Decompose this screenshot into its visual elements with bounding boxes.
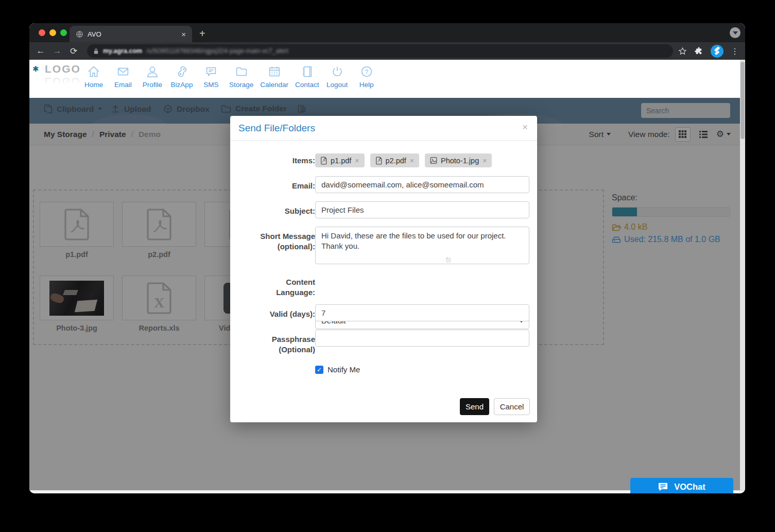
- message-field[interactable]: Hi David, these are the files to be used…: [315, 227, 529, 264]
- remove-item-icon[interactable]: ×: [410, 157, 414, 165]
- chrome-menu-icon[interactable]: ⋮: [731, 46, 739, 56]
- svg-text:?: ?: [365, 68, 368, 76]
- nav-item-home[interactable]: Home: [82, 64, 105, 89]
- main-nav: Home Email Profile BizApp SMS Storage: [82, 64, 378, 89]
- logo-reflection: LOGO: [45, 75, 81, 88]
- logout-power-icon: [330, 64, 345, 79]
- reload-button[interactable]: ⟳: [65, 46, 82, 57]
- item-chip-p1: p1.pdf ×: [315, 153, 365, 167]
- valid-days-field[interactable]: [315, 304, 529, 321]
- chevron-down-icon: [733, 31, 738, 35]
- logo-text: LOGO: [45, 63, 81, 75]
- passphrase-field[interactable]: [315, 330, 529, 347]
- scrollbar-thumb[interactable]: [740, 62, 745, 139]
- nav-item-contact[interactable]: Contact: [295, 64, 319, 89]
- nav-item-sms[interactable]: SMS: [200, 64, 222, 89]
- extensions-puzzle-icon[interactable]: [694, 46, 703, 56]
- passphrase-label: Passphrase (Optional): [246, 334, 315, 355]
- send-button[interactable]: Send: [460, 398, 489, 415]
- language-label: Content Language:: [246, 277, 315, 298]
- bizapp-icon: [174, 64, 190, 79]
- favicon-globe-icon: [76, 30, 83, 38]
- browser-titlebar: AVO × +: [29, 23, 745, 42]
- browser-tab[interactable]: AVO ×: [70, 26, 192, 42]
- close-window-button[interactable]: [39, 29, 45, 36]
- email-icon: [115, 64, 131, 79]
- browser-window: AVO × + ← → ⟳ my.agra.com /s/5O651187683…: [29, 23, 745, 493]
- nav-item-profile[interactable]: Profile: [141, 64, 164, 89]
- profile-icon: [145, 64, 160, 79]
- subject-field[interactable]: [315, 201, 529, 218]
- bookmark-star-icon[interactable]: [678, 47, 687, 56]
- chat-bubble-icon: [658, 483, 668, 491]
- nav-item-email[interactable]: Email: [112, 64, 134, 89]
- message-label: Short Message (optional):: [246, 231, 315, 252]
- lock-icon: [93, 48, 99, 55]
- tab-title: AVO: [88, 30, 177, 38]
- item-chip-photo1: Photo-1.jpg ×: [425, 153, 492, 167]
- notify-label: Notify Me: [328, 365, 360, 374]
- item-chip-p2: p2.pdf ×: [370, 153, 420, 167]
- tab-close-icon[interactable]: ×: [181, 30, 186, 39]
- tab-search-dropdown[interactable]: [730, 27, 740, 38]
- storage-folder-icon: [234, 64, 249, 79]
- cancel-button[interactable]: Cancel: [494, 398, 530, 415]
- pdf-file-icon: [320, 157, 327, 165]
- pdf-file-icon: [375, 157, 382, 165]
- nav-item-calendar[interactable]: Calendar: [260, 64, 288, 89]
- calendar-icon: [267, 64, 282, 79]
- nav-item-bizapp[interactable]: BizApp: [170, 64, 193, 89]
- contact-book-icon: [299, 64, 315, 79]
- minimize-window-button[interactable]: [49, 29, 56, 36]
- valid-days-label: Valid (days):: [246, 309, 315, 319]
- page-scrollbar[interactable]: [740, 60, 745, 491]
- app-logo[interactable]: LOGO LOGO: [45, 63, 81, 88]
- vochat-button[interactable]: VOChat: [630, 478, 733, 493]
- new-tab-button[interactable]: +: [199, 28, 205, 39]
- nav-item-help[interactable]: ? Help: [355, 64, 378, 89]
- back-button[interactable]: ←: [32, 46, 49, 56]
- items-label: Items:: [246, 156, 315, 166]
- browser-toolbar: ← → ⟳ my.agra.com /s/5O65118768346/rqjpq…: [29, 42, 745, 60]
- remove-item-icon[interactable]: ×: [355, 157, 359, 165]
- home-icon: [86, 64, 101, 79]
- address-bar[interactable]: my.agra.com /s/5O65118768346/rqjpq324-pa…: [87, 44, 673, 58]
- notify-row: ✓ Notify Me: [315, 365, 529, 374]
- email-field[interactable]: [315, 176, 529, 193]
- profile-avatar[interactable]: [711, 45, 724, 58]
- modal-title: Send File/Folders: [238, 123, 315, 134]
- send-files-modal: Send File/Folders × Items: p1.pdf × p2.p…: [230, 116, 537, 422]
- remove-item-icon[interactable]: ×: [483, 157, 487, 165]
- forward-button[interactable]: →: [49, 46, 65, 56]
- logo-asterisk-icon: ✱: [32, 64, 39, 74]
- image-file-icon: [430, 157, 437, 164]
- nav-item-logout[interactable]: Logout: [326, 64, 349, 89]
- email-label: Email:: [246, 181, 315, 191]
- url-host: my.agra.com: [103, 47, 142, 55]
- nav-item-storage[interactable]: Storage: [229, 64, 253, 89]
- sms-icon: [203, 64, 219, 79]
- url-path: /s/5O65118768346/rqjpq324-page-main-vc7_…: [146, 47, 288, 55]
- app-header: ✱ LOGO LOGO Home Email Profile BizApp: [29, 60, 745, 98]
- subject-label: Subject:: [246, 206, 315, 216]
- help-icon: ?: [359, 64, 374, 79]
- maximize-window-button[interactable]: [60, 29, 67, 36]
- items-chips: p1.pdf × p2.pdf × Photo-1.jpg ×: [315, 153, 529, 167]
- modal-close-icon[interactable]: ×: [522, 122, 528, 133]
- notify-checkbox[interactable]: ✓: [315, 366, 323, 374]
